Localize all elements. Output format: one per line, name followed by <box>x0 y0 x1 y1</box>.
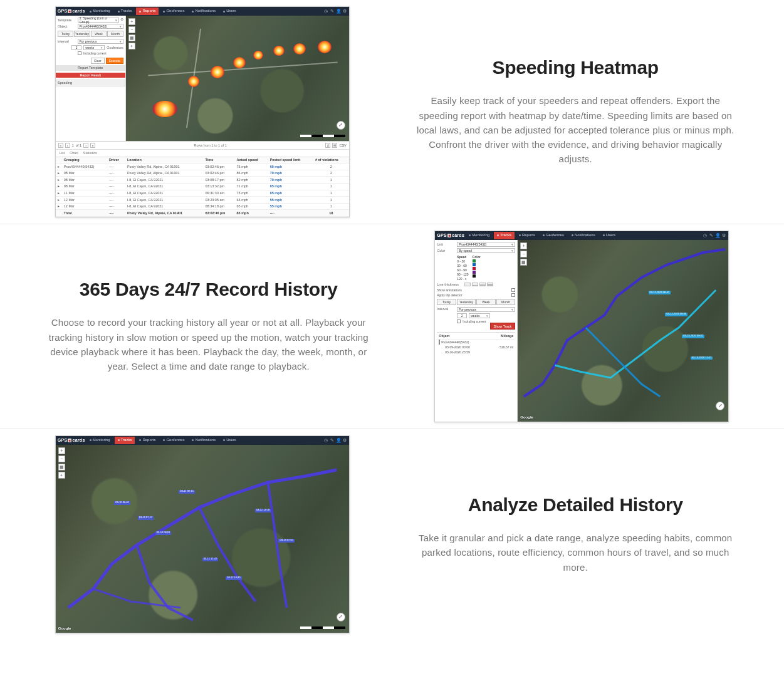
export-csv[interactable]: CSV <box>339 143 346 148</box>
table-row[interactable]: ▸12 Mar----I-8, El Cajon, CA 9202108:34:… <box>56 203 349 210</box>
tools-icon[interactable]: ✎ <box>330 438 335 443</box>
tools-icon[interactable]: ✎ <box>330 9 335 14</box>
tab-tracks[interactable]: Tracks <box>115 437 135 444</box>
interval-unit[interactable]: weeks▾ <box>469 313 490 318</box>
zoom-out-icon[interactable]: − <box>520 251 527 257</box>
pager-next-icon[interactable]: › <box>83 143 88 148</box>
unit-select[interactable]: Pros4344440(5432)▾ <box>457 242 515 247</box>
tab-geofences[interactable]: Geofences <box>160 8 187 14</box>
layers-icon[interactable]: ▦ <box>128 34 135 41</box>
tab-tracks[interactable]: Tracks <box>494 232 515 239</box>
tab-chart[interactable]: Chart <box>70 151 78 155</box>
user-icon[interactable]: 👤 <box>336 9 341 14</box>
template-settings-icon[interactable]: ⚙ <box>120 18 123 22</box>
interval-amount[interactable]: 2 <box>457 313 467 318</box>
interval-select[interactable]: For previous▾ <box>457 307 515 312</box>
zoom-in-icon[interactable]: + <box>520 242 527 249</box>
tab-monitoring[interactable]: Monitoring <box>86 437 113 444</box>
show-track-button[interactable]: Show Track <box>490 323 516 330</box>
locate-icon[interactable]: ⌖ <box>58 472 65 479</box>
app-brand: GPS★cards <box>437 233 464 238</box>
tab-reports[interactable]: Reports <box>516 232 538 239</box>
export-pdf-icon[interactable]: ⎙ <box>325 143 330 148</box>
analyze-map[interactable]: 03-10 06:40 03-10 07:12 03-10 08:01 03-1… <box>56 445 349 633</box>
tab-notifications[interactable]: Notifications <box>189 437 219 444</box>
table-row[interactable]: ▸08 Mar----I-8, El Cajon, CA 9202103:08:… <box>56 177 349 184</box>
list-item[interactable]: Pros4344440(5432) <box>437 340 515 345</box>
pager-prev-icon[interactable]: ‹ <box>65 143 70 148</box>
tracks-map[interactable]: 03-12-2020 06:42 03-12-2020 08:30 03-13-… <box>518 240 728 422</box>
tab-monitoring[interactable]: Monitoring <box>86 8 113 14</box>
interval-select[interactable]: For previous▾ <box>78 39 123 44</box>
including-current-checkbox[interactable] <box>78 51 81 55</box>
settings-icon[interactable]: ⚙ <box>342 438 347 443</box>
including-current-checkbox[interactable] <box>457 320 461 323</box>
range-today[interactable]: Today <box>437 299 456 305</box>
tab-stats[interactable]: Statistics <box>83 151 97 155</box>
tab-list[interactable]: List <box>60 151 65 155</box>
tab-notifications[interactable]: Notifications <box>189 8 219 14</box>
range-week[interactable]: Week <box>476 299 496 305</box>
object-select[interactable]: Pros4344440(5432)▾ <box>78 24 123 29</box>
user-icon[interactable]: 👤 <box>715 233 720 238</box>
section-3-title: Analyze Detailed History <box>411 494 741 516</box>
settings-icon[interactable]: ⚙ <box>342 9 347 14</box>
heat-blob <box>253 51 263 60</box>
table-row[interactable]: ▸11 Mar----I-8, El Cajon, CA 9202106:31:… <box>56 190 349 197</box>
heatmap-map[interactable]: + − ▦ ⌖ ⤢ <box>126 16 349 141</box>
export-xls-icon[interactable]: ⊞ <box>332 143 337 148</box>
clock-icon[interactable]: ◷ <box>323 438 328 443</box>
table-row[interactable]: ▸Pros4344440(5432)----Posty Valley Rd, A… <box>56 164 349 170</box>
clear-button[interactable]: Clear <box>91 58 105 64</box>
range-month[interactable]: Month <box>107 31 123 37</box>
table-row[interactable]: ▸08 Mar----I-8, El Cajon, CA 9202103:13:… <box>56 183 349 190</box>
execute-button[interactable]: Execute <box>106 58 123 64</box>
layers-icon[interactable]: ▦ <box>520 259 527 266</box>
range-week[interactable]: Week <box>91 31 107 37</box>
tab-users[interactable]: Users <box>600 232 619 239</box>
pager-first-icon[interactable]: « <box>58 143 63 148</box>
line-thickness-options[interactable] <box>464 283 493 286</box>
tab-geofences[interactable]: Geofences <box>160 437 187 444</box>
zoom-out-icon[interactable]: − <box>128 26 135 33</box>
tab-notifications[interactable]: Notifications <box>568 232 598 239</box>
range-yesterday[interactable]: Yesterday <box>74 31 90 37</box>
tab-users[interactable]: Users <box>220 8 239 14</box>
zoom-out-icon[interactable]: − <box>58 455 65 462</box>
zoom-in-icon[interactable]: + <box>58 447 65 454</box>
zoom-in-icon[interactable]: + <box>128 18 135 25</box>
tab-tracks[interactable]: Tracks <box>115 8 135 14</box>
report-result-bar[interactable]: Report Result <box>56 73 125 78</box>
range-month[interactable]: Month <box>496 299 516 305</box>
layers-icon[interactable]: ▦ <box>58 464 65 470</box>
apply-detector-checkbox[interactable] <box>511 293 515 297</box>
range-yesterday[interactable]: Yesterday <box>457 299 476 305</box>
template-select[interactable]: 2. Speeding (Unit or Group)▾ <box>78 18 119 23</box>
table-row[interactable]: ▸08 Mar----Posty Valley Rd, Alpine, CA 9… <box>56 170 349 177</box>
chevron-down-icon: ▾ <box>511 249 513 252</box>
tools-icon[interactable]: ✎ <box>709 233 714 238</box>
tab-reports[interactable]: Reports <box>136 8 159 14</box>
tab-reports[interactable]: Reports <box>136 437 159 444</box>
track-checkbox[interactable] <box>439 340 440 345</box>
tab-geofences[interactable]: Geofences <box>540 232 567 239</box>
map-expand-icon[interactable]: ⤢ <box>337 121 345 130</box>
color-select[interactable]: By speed▾ <box>457 248 515 253</box>
user-icon[interactable]: 👤 <box>336 438 341 443</box>
locate-icon[interactable]: ⌖ <box>128 43 135 49</box>
tab-users[interactable]: Users <box>220 437 239 444</box>
settings-icon[interactable]: ⚙ <box>721 233 726 238</box>
map-expand-icon[interactable]: ⤢ <box>337 613 345 621</box>
range-today[interactable]: Today <box>58 31 74 37</box>
table-row[interactable]: ▸12 Mar----I-8, El Cajon, CA 9202103:23:… <box>56 197 349 204</box>
show-annotations-checkbox[interactable] <box>511 288 515 292</box>
interval-amount[interactable]: 2 <box>71 45 81 50</box>
pager-last-icon[interactable]: » <box>90 143 95 148</box>
clock-icon[interactable]: ◷ <box>703 233 708 238</box>
google-logo: Google <box>520 415 533 420</box>
clock-icon[interactable]: ◷ <box>323 9 328 14</box>
interval-unit[interactable]: weeks▾ <box>83 45 105 50</box>
section-1-title: Speeding Heatmap <box>411 57 741 78</box>
report-template-bar[interactable]: Report Template <box>56 65 125 71</box>
tab-monitoring[interactable]: Monitoring <box>466 232 493 239</box>
